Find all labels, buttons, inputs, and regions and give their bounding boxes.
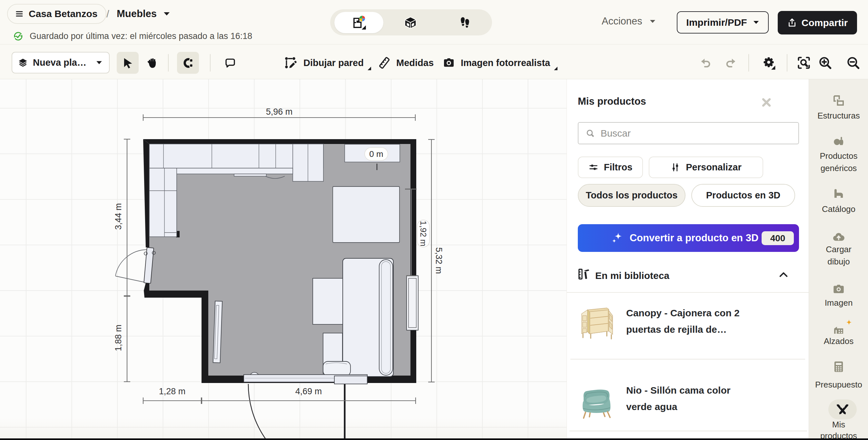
product-row-canopy[interactable]: Canopy - Cajonera con 2 puertas de rejil… <box>567 303 809 359</box>
zoom-out-button[interactable] <box>843 52 863 74</box>
save-status: Guardado por última vez: el miércoles pa… <box>13 31 252 41</box>
catalog-icon <box>832 187 845 200</box>
floor-planner-app: Casa Betanzos / Muebles Guardado por últ… <box>0 0 868 440</box>
customize-icon <box>670 162 680 172</box>
print-pdf-button[interactable]: Imprimir/PDF <box>677 11 769 34</box>
panel-close-button[interactable] <box>760 95 774 109</box>
entry-door[interactable] <box>116 247 155 283</box>
sidebar-label-presupuesto[interactable]: Presupuesto <box>809 379 868 391</box>
redo-icon <box>724 56 737 70</box>
toolbar-divider <box>787 54 787 71</box>
chevron-down-icon <box>163 11 170 16</box>
sidebar-item-mis-productos[interactable] <box>828 399 857 419</box>
sidebar-label-alzados[interactable]: Alzados <box>809 335 868 347</box>
chevron-down-icon <box>649 19 656 24</box>
plan-2d-icon <box>350 14 367 31</box>
bottom-edge-strip <box>0 438 868 440</box>
comment-tool-button[interactable] <box>219 52 241 74</box>
sidebar-label-productos-genericos[interactable]: Productos genéricos <box>809 150 868 174</box>
actions-menu[interactable]: Acciones <box>602 14 656 28</box>
share-button[interactable]: Compartir <box>778 11 857 34</box>
chevron-up-icon <box>777 269 789 281</box>
cursor-icon <box>122 57 134 69</box>
wall-top[interactable] <box>143 139 416 144</box>
zoom-in-button[interactable] <box>815 52 835 74</box>
search-input[interactable] <box>601 128 792 139</box>
sidebar-item-estructuras[interactable] <box>809 94 868 108</box>
magnet-icon <box>182 57 194 69</box>
wall-left-upper[interactable] <box>143 139 149 247</box>
close-icon <box>761 97 772 108</box>
search-field[interactable] <box>578 122 799 144</box>
share-label: Compartir <box>802 18 848 28</box>
saved-check-icon <box>13 31 24 41</box>
breadcrumb-separator: / <box>106 8 109 20</box>
customize-button[interactable]: Personalizar <box>649 157 763 178</box>
tab-all-label: Todos los productos <box>586 190 678 201</box>
select-tool-button[interactable] <box>117 52 138 74</box>
dim-bottom-left: 1,28 m <box>159 386 186 396</box>
dim-top: 5,96 m <box>266 107 293 116</box>
dim-left-upper: 3,44 m <box>114 203 123 230</box>
sidebar-label-cargar-dibujo[interactable]: Cargar dibujo <box>818 243 860 268</box>
floor-selector[interactable]: Muebles <box>117 4 170 24</box>
tab-all-products[interactable]: Todos los productos <box>578 184 685 207</box>
undo-button[interactable] <box>696 52 715 74</box>
wall-notch-horizontal[interactable] <box>144 291 208 298</box>
sidebar-label-imagen[interactable]: Imagen <box>809 297 868 309</box>
bed-table[interactable] <box>333 187 400 242</box>
convert-credits-badge: 400 <box>762 231 794 245</box>
sidebar-item-imagen[interactable] <box>809 282 868 297</box>
snap-tool-button[interactable] <box>177 52 199 74</box>
floor-layer-selector[interactable]: Nueva pla… <box>11 52 110 73</box>
dim-bottom-right: 4,69 m <box>296 386 322 396</box>
tools-toolbar: Nueva pla… <box>0 44 868 79</box>
menu-icon <box>15 9 24 19</box>
sparkle-icon <box>611 232 624 244</box>
convert-to-3d-button[interactable]: Convertir a producto en 3D 400 <box>578 224 799 252</box>
library-section-label: En mi biblioteca <box>595 270 670 281</box>
library-section-header[interactable]: En mi biblioteca <box>567 268 809 292</box>
product-row-nio[interactable]: Nio - Sillón cama color verde agua <box>567 380 809 436</box>
window[interactable] <box>407 276 418 330</box>
generic-products-icon <box>832 134 845 148</box>
toolbar-divider <box>748 54 749 71</box>
toolbar-divider <box>210 54 211 71</box>
sidebar-item-catalogo[interactable] <box>809 187 868 201</box>
hand-icon <box>146 57 158 69</box>
measures-button[interactable]: Medidas <box>378 52 434 74</box>
view-3d-button[interactable] <box>383 9 438 35</box>
desk[interactable] <box>313 278 344 325</box>
wall-notch-vertical[interactable] <box>202 291 208 383</box>
settings-button[interactable] <box>759 52 778 74</box>
submenu-caret-icon <box>367 66 371 71</box>
actions-label: Acciones <box>602 15 642 27</box>
product-image-armchair <box>576 380 618 422</box>
photorealistic-image-button[interactable]: Imagen fotorrealista <box>442 52 558 74</box>
redo-button[interactable] <box>721 52 740 74</box>
chevron-down-icon <box>96 61 102 65</box>
view-walk-button[interactable] <box>438 9 492 35</box>
floor-plan: 0 m <box>0 79 566 440</box>
project-menu-button[interactable]: Casa Betanzos <box>7 4 106 24</box>
search-icon <box>586 128 595 138</box>
sidebar-label-catalogo[interactable]: Catálogo <box>809 203 868 215</box>
sidebar-item-productos-genericos[interactable] <box>809 134 868 149</box>
origin-label: 0 m <box>369 149 383 159</box>
sidebar-label-mis-productos[interactable]: Mis productos <box>819 419 858 440</box>
pan-tool-button[interactable] <box>141 52 163 74</box>
sidebar-label-estructuras[interactable]: Estructuras <box>809 110 868 122</box>
tab-3d-products[interactable]: Productos en 3D <box>691 184 795 207</box>
sidebar-item-presupuesto[interactable] <box>809 360 868 375</box>
view-2d-button[interactable] <box>334 12 383 33</box>
budget-calculator-icon <box>832 360 845 373</box>
ruler-icon <box>378 56 391 69</box>
zoom-in-icon <box>818 56 832 70</box>
zoom-to-fit-button[interactable] <box>794 52 813 74</box>
draw-wall-button[interactable]: Dibujar pared <box>284 52 371 74</box>
structures-icon <box>832 94 845 107</box>
share-icon <box>787 18 797 28</box>
filters-button[interactable]: Filtros <box>578 157 643 178</box>
footprints-icon <box>458 15 472 30</box>
floor-name: Muebles <box>117 8 157 20</box>
